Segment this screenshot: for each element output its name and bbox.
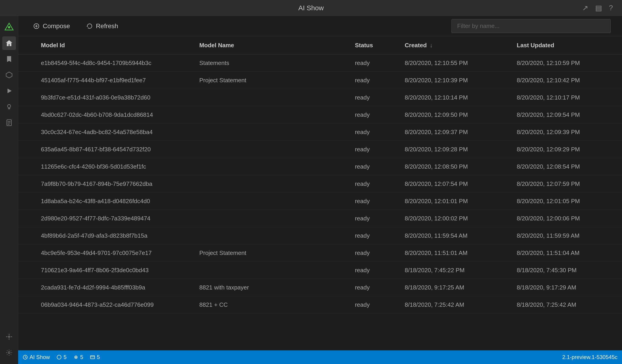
table-row[interactable]: 9b3fd7ce-e51d-431f-a036-0e9a38b72d60 rea… <box>18 89 622 106</box>
table-row[interactable]: 06b9a034-9464-4873-a522-ca46d776e099 882… <box>18 296 622 313</box>
table-container[interactable]: Model Id Model Name Status Created ↓ Las… <box>18 36 622 350</box>
table-row[interactable]: 4bc9e5fe-953e-49d4-9701-97c0075e7e17 Pro… <box>18 244 622 262</box>
cell-model-id: e1b84549-5f4c-4d8c-9454-1709b5944b3c <box>18 55 193 72</box>
cell-status: ready <box>348 296 398 313</box>
cell-model-name <box>193 106 348 124</box>
table-row[interactable]: 2d980e20-9527-4f77-8dfc-7a339e489474 rea… <box>18 210 622 227</box>
cell-model-name <box>193 227 348 244</box>
sidebar-item-bookmarks[interactable] <box>2 52 16 66</box>
sidebar-item-run[interactable] <box>2 84 16 98</box>
models-table: Model Id Model Name Status Created ↓ Las… <box>18 36 622 313</box>
compose-button[interactable]: Compose <box>30 20 74 32</box>
cell-model-name: Project Statement <box>193 72 348 89</box>
cell-last-updated: 8/20/2020, 12:09:54 PM <box>510 106 622 124</box>
refresh-button[interactable]: Refresh <box>83 20 122 32</box>
cell-model-name <box>193 193 348 210</box>
cell-created: 8/18/2020, 7:25:42 AM <box>398 296 510 313</box>
filter-input[interactable] <box>451 19 611 33</box>
svg-line-22 <box>25 357 26 358</box>
svg-point-3 <box>7 105 11 108</box>
sidebar-item-home[interactable] <box>2 36 16 50</box>
table-row[interactable]: 451405af-f775-444b-bf97-e1bf9ed1fee7 Pro… <box>18 72 622 89</box>
cell-model-name <box>193 262 348 279</box>
status-app-label: AI Show <box>30 354 50 360</box>
cell-created: 8/20/2020, 11:51:01 AM <box>398 244 510 262</box>
table-row[interactable]: 1d8aba5a-b24c-43f8-a418-d04826fdc4d0 rea… <box>18 193 622 210</box>
cell-last-updated: 8/18/2020, 7:45:30 PM <box>510 262 622 279</box>
cell-last-updated: 8/20/2020, 12:00:06 PM <box>510 210 622 227</box>
svg-point-11 <box>8 336 10 337</box>
table-row[interactable]: 30c0c324-67ec-4adb-bc82-54a578e58ba4 rea… <box>18 124 622 141</box>
status-count3-value: 5 <box>97 354 100 360</box>
cell-created: 8/20/2020, 12:00:02 PM <box>398 210 510 227</box>
cell-last-updated: 8/20/2020, 12:07:59 PM <box>510 175 622 193</box>
help-icon[interactable]: ? <box>609 4 613 12</box>
cell-status: ready <box>348 72 398 89</box>
status-version: 2.1-preview.1-530545c <box>562 354 618 360</box>
sidebar-item-models[interactable] <box>2 68 16 82</box>
cell-model-id: 710621e3-9a46-4ff7-8b06-2f3de0c0bd43 <box>18 262 193 279</box>
cell-created: 8/20/2020, 12:09:50 PM <box>398 106 510 124</box>
sidebar-item-plugins[interactable] <box>2 330 16 344</box>
cell-model-id: 11265e6c-cfc4-4260-bf36-5d01d53ef1fc <box>18 158 193 175</box>
toolbar: Compose Refresh <box>18 16 622 36</box>
svg-rect-26 <box>91 356 95 359</box>
share-icon[interactable]: ↗ <box>582 4 588 12</box>
cell-last-updated: 8/20/2020, 12:10:17 PM <box>510 89 622 106</box>
cell-model-id: 30c0c324-67ec-4adb-bc82-54a578e58ba4 <box>18 124 193 141</box>
table-row[interactable]: 11265e6c-cfc4-4260-bf36-5d01d53ef1fc rea… <box>18 158 622 175</box>
cell-model-id: 635a6a45-8b87-4617-bf38-64547d732f20 <box>18 141 193 158</box>
title-bar: AI Show ↗ ▤ ? <box>0 0 622 16</box>
svg-point-16 <box>8 352 10 354</box>
cell-created: 8/20/2020, 12:07:54 PM <box>398 175 510 193</box>
cell-model-name <box>193 141 348 158</box>
cell-model-name <box>193 158 348 175</box>
col-header-last-updated[interactable]: Last Updated <box>510 36 622 55</box>
cell-created: 8/20/2020, 12:09:28 PM <box>398 141 510 158</box>
col-header-status[interactable]: Status <box>348 36 398 55</box>
col-header-model-id[interactable]: Model Id <box>18 36 193 55</box>
sidebar-item-documents[interactable] <box>2 116 16 129</box>
table-row[interactable]: e1b84549-5f4c-4d8c-9454-1709b5944b3c Sta… <box>18 55 622 72</box>
title-bar-actions: ↗ ▤ ? <box>582 4 613 12</box>
cell-status: ready <box>348 210 398 227</box>
cell-model-id: 7a9f8b70-9b79-4167-894b-75e977662dba <box>18 175 193 193</box>
sidebar-item-settings[interactable] <box>2 346 16 360</box>
cell-status: ready <box>348 227 398 244</box>
col-header-created[interactable]: Created ↓ <box>398 36 510 55</box>
svg-point-23 <box>57 355 61 359</box>
status-count1: 5 <box>57 354 66 360</box>
cell-model-id: 4bd0c627-02dc-4b60-b708-9da1dcd86814 <box>18 106 193 124</box>
table-row[interactable]: 2cada931-fe7d-4d2f-9994-4b85fff03b9a 882… <box>18 279 622 296</box>
table-row[interactable]: 4bf89b6d-2a5f-47d9-afa3-d823b8f7b15a rea… <box>18 227 622 244</box>
cell-status: ready <box>348 279 398 296</box>
cell-last-updated: 8/20/2020, 12:09:29 PM <box>510 141 622 158</box>
version-label: 2.1-preview.1-530545c <box>562 354 618 360</box>
col-created-label: Created <box>405 42 427 49</box>
main-content: Compose Refresh Model Id Model Name <box>18 16 622 364</box>
cell-model-name <box>193 210 348 227</box>
status-app-name: AI Show <box>23 354 50 360</box>
table-row[interactable]: 635a6a45-8b87-4617-bf38-64547d732f20 rea… <box>18 141 622 158</box>
cell-status: ready <box>348 244 398 262</box>
cell-created: 8/20/2020, 12:10:39 PM <box>398 72 510 89</box>
cell-model-name <box>193 124 348 141</box>
cell-model-id: 2d980e20-9527-4f77-8dfc-7a339e489474 <box>18 210 193 227</box>
cell-status: ready <box>348 55 398 72</box>
cell-last-updated: 8/20/2020, 12:10:42 PM <box>510 72 622 89</box>
cell-model-id: 4bc9e5fe-953e-49d4-9701-97c0075e7e17 <box>18 244 193 262</box>
table-row[interactable]: 7a9f8b70-9b79-4167-894b-75e977662dba rea… <box>18 175 622 193</box>
cell-last-updated: 8/20/2020, 11:51:04 AM <box>510 244 622 262</box>
cell-created: 8/20/2020, 12:09:37 PM <box>398 124 510 141</box>
layout-icon[interactable]: ▤ <box>595 4 602 12</box>
cell-created: 8/20/2020, 11:59:54 AM <box>398 227 510 244</box>
cell-created: 8/18/2020, 7:45:22 PM <box>398 262 510 279</box>
cell-status: ready <box>348 89 398 106</box>
cell-model-id: 9b3fd7ce-e51d-431f-a036-0e9a38b72d60 <box>18 89 193 106</box>
table-row[interactable]: 4bd0c627-02dc-4b60-b708-9da1dcd86814 rea… <box>18 106 622 124</box>
table-row[interactable]: 710621e3-9a46-4ff7-8b06-2f3de0c0bd43 rea… <box>18 262 622 279</box>
cell-last-updated: 8/20/2020, 11:59:59 AM <box>510 227 622 244</box>
sidebar-item-insights[interactable] <box>2 100 16 114</box>
col-header-model-name[interactable]: Model Name <box>193 36 348 55</box>
cell-model-name <box>193 175 348 193</box>
